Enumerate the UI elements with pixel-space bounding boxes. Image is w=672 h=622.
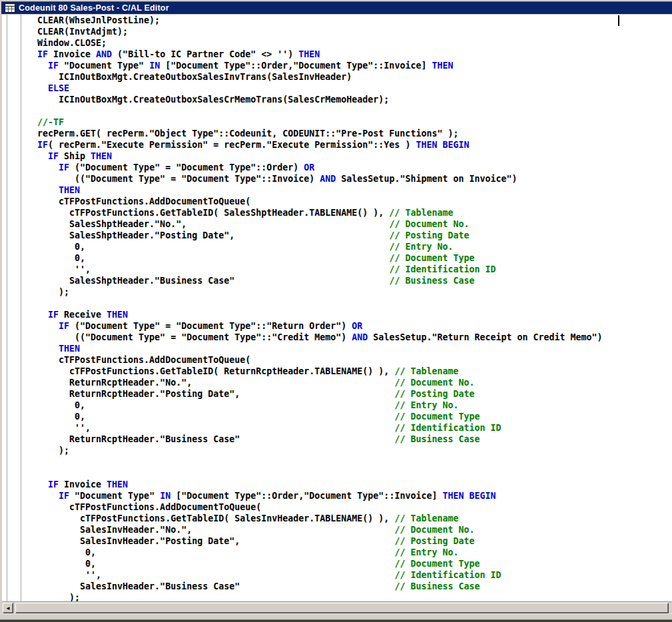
inline-comment: // Tablename [394,366,458,376]
code-line[interactable]: //-TF [37,117,603,128]
inline-comment: // Identification ID [389,264,496,274]
code-line[interactable]: Window.CLOSE; [37,37,603,49]
horizontal-scrollbar[interactable]: ◄ [2,601,672,613]
left-arrow-icon: ◄ [5,605,11,611]
code-line[interactable]: ReturnRcptHeader."Posting Date", // Post… [37,388,603,400]
code-line[interactable]: (("Document Type" = "Document Type"::"Cr… [37,332,603,343]
code-line[interactable]: IF Ship THEN [37,151,603,162]
inline-comment: // Posting Date [389,230,469,240]
inline-comment: // Document No. [389,219,469,229]
code-line[interactable]: recPerm.GET( recPerm."Object Type"::Code… [37,128,603,139]
code-line[interactable] [37,105,603,117]
scroll-left-button[interactable]: ◄ [3,603,13,613]
inline-comment: // Identification ID [394,570,501,580]
code-line[interactable]: cTFPostFunctions.AddDocumentToQueue( [37,354,603,366]
code-line[interactable]: IF ("Document Type" = "Document Type"::"… [37,320,603,332]
code-line[interactable] [37,456,603,467]
code-editor[interactable]: CLEAR(WhseJnlPostLine);CLEAR(InvtAdjmt);… [2,15,672,601]
code-line[interactable]: THEN [37,184,603,196]
code-line[interactable] [37,298,603,309]
code-line[interactable]: IF Invoice THEN [37,479,603,490]
code-line[interactable]: IF Invoice AND ("Bill-to IC Partner Code… [37,49,603,60]
code-line[interactable]: IF "Document Type" IN ["Document Type"::… [37,490,603,501]
code-line[interactable]: 0, // Entry No. [37,241,603,252]
code-line[interactable]: ReturnRcptHeader."No.", // Document No. [37,377,603,388]
code-line[interactable]: ); [37,592,603,601]
window-title: Codeunit 80 Sales-Post - C/AL Editor [19,3,169,13]
border-mid [0,614,672,619]
gutter-line-left [7,15,7,601]
code-line[interactable]: SalesInvHeader."Posting Date", // Postin… [37,535,603,547]
code-line[interactable] [37,467,603,479]
gutter-line-right [21,15,21,601]
code-line[interactable]: THEN [37,343,603,354]
code-line[interactable]: IF Receive THEN [37,309,603,320]
inline-comment: // Business Case [394,581,480,591]
code-line[interactable]: 0, // Document Type [37,411,603,422]
code-line[interactable]: SalesInvHeader."No.", // Document No. [37,524,603,535]
code-text[interactable]: CLEAR(WhseJnlPostLine);CLEAR(InvtAdjmt);… [37,15,603,601]
code-line[interactable]: 0, // Document Type [37,252,603,264]
code-line[interactable]: cTFPostFunctions.GetTableID( SalesShptHe… [37,207,603,218]
code-line[interactable]: 0, // Entry No. [37,547,603,558]
code-line[interactable]: '', // Identification ID [37,264,603,275]
code-line[interactable]: CLEAR(InvtAdjmt); [37,26,603,37]
code-line[interactable]: SalesShptHeader."Business Case" // Busin… [37,275,603,286]
code-line[interactable]: ); [37,286,603,298]
inline-comment: // Tablename [394,513,458,523]
code-line[interactable]: ICInOutBoxMgt.CreateOutboxSalesInvTrans(… [37,71,603,83]
code-line[interactable]: SalesShptHeader."Posting Date", // Posti… [37,230,603,241]
inline-comment: // Document Type [389,253,474,263]
code-line[interactable]: cTFPostFunctions.AddDocumentToQueue( [37,501,603,513]
code-line[interactable]: cTFPostFunctions.GetTableID( ReturnRcptH… [37,366,603,377]
inline-comment: // Entry No. [394,400,458,410]
code-line[interactable]: IF( recPerm."Execute Permission" = recPe… [37,139,603,151]
inline-comment: // Business Case [394,434,480,444]
code-line[interactable]: 0, // Entry No. [37,400,603,411]
inline-comment: // Entry No. [389,242,453,252]
code-line[interactable]: cTFPostFunctions.GetTableID( SalesInvHea… [37,513,603,524]
inline-comment: // Tablename [389,208,453,218]
code-line[interactable]: ELSE [37,83,603,94]
code-line[interactable]: ); [37,445,603,456]
code-line[interactable]: cTFPostFunctions.AddDocumentToQueue( [37,196,603,207]
inline-comment: // Posting Date [394,536,474,546]
code-line[interactable]: '', // Identification ID [37,422,603,434]
code-line[interactable]: ReturnRcptHeader."Business Case" // Busi… [37,434,603,445]
code-line[interactable]: SalesInvHeader."Business Case" // Busine… [37,581,603,592]
inline-comment: // Document Type [394,412,480,422]
cal-editor-window: { "window": { "title": "Codeunit 80 Sale… [0,0,672,622]
scrollbar-thumb[interactable] [15,603,669,613]
code-line[interactable]: IF ("Document Type" = "Document Type"::O… [37,162,603,173]
text-cursor [618,15,619,26]
window-bottom-border [0,613,672,622]
table-icon[interactable] [5,3,15,13]
code-line[interactable]: IF "Document Type" IN ["Document Type"::… [37,60,603,71]
inline-comment: // Business Case [389,276,474,286]
inline-comment: // Document No. [394,378,474,388]
border-shadow [0,619,672,622]
inline-comment: // Entry No. [394,547,458,557]
code-line[interactable]: '', // Identification ID [37,569,603,581]
inline-comment: // Document No. [394,525,474,535]
code-line[interactable]: SalesShptHeader."No.", // Document No. [37,218,603,230]
inline-comment: // Document Type [394,559,480,569]
inline-comment: // Posting Date [394,389,474,399]
code-line[interactable]: 0, // Document Type [37,558,603,569]
inline-comment: // Identification ID [394,423,501,433]
titlebar[interactable]: Codeunit 80 Sales-Post - C/AL Editor [1,1,672,14]
code-line[interactable]: ICInOutBoxMgt.CreateOutboxSalesCrMemoTra… [37,94,603,105]
code-line[interactable]: (("Document Type" = "Document Type"::Inv… [37,173,603,184]
code-line[interactable]: CLEAR(WhseJnlPostLine); [37,15,603,26]
